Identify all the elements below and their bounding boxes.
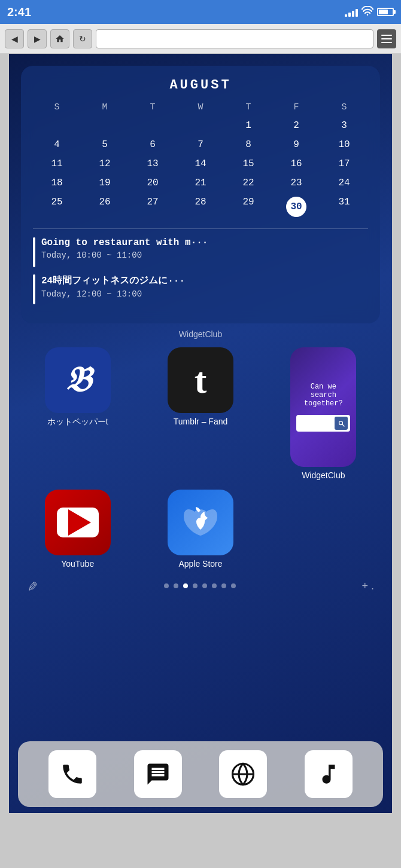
cal-header-w: W [177,102,224,112]
cal-day-7[interactable]: 7 [177,136,224,153]
dot-4[interactable] [193,583,198,588]
cal-cell-empty [177,117,224,134]
home-button[interactable] [50,29,69,48]
search-icon[interactable] [335,417,348,430]
search-prompt: Can we search together? [296,383,350,408]
app-grid-row2: YouTube Apple Store [9,490,392,569]
phone-icon [60,762,85,787]
signal-bar-3 [352,11,354,17]
event-1[interactable]: Going to restaurant with m··· Today, 10:… [33,237,368,267]
app-hotpepper-container[interactable]: 𝔅 ホットペッパーt [21,347,134,480]
event-2[interactable]: 24時間フィットネスのジムに··· Today, 12:00 ~ 13:00 [33,274,368,304]
widgetclub-search-label: WidgetClub [302,470,345,480]
yt-play-icon [68,509,91,536]
calendar-week-2: 4 5 6 7 8 9 10 [33,136,368,153]
cal-day-14[interactable]: 14 [177,155,224,172]
event-title-1: Going to restaurant with m··· [41,237,208,248]
signal-bar-1 [345,14,347,17]
dot-6[interactable] [212,583,217,588]
app-hotpepper-icon[interactable]: 𝔅 [45,347,111,413]
dock-browser-button[interactable] [219,750,267,798]
forward-button[interactable]: ▶ [28,29,47,48]
dock-phone-button[interactable] [48,750,96,798]
cal-day-21[interactable]: 21 [177,175,224,191]
cal-day-6[interactable]: 6 [129,136,177,153]
app-youtube-container[interactable]: YouTube [21,490,134,569]
add-page-area[interactable]: + . [361,580,374,592]
app-applestore-label: Apple Store [178,559,222,569]
widgetclub-top-label: WidgetClub [9,329,392,339]
cal-day-5[interactable]: 5 [81,136,129,153]
signal-bar-2 [348,13,351,17]
cal-day-30-today[interactable]: 30 [286,197,306,217]
app-tumblr-container[interactable]: t Tumblr – Fand [144,347,257,480]
cal-day-26[interactable]: 26 [81,194,129,220]
cal-day-30-cell[interactable]: 30 [272,194,320,220]
cal-header-s2: S [320,102,368,112]
app-tumblr-icon[interactable]: t [168,347,233,413]
page-indicators: ✏ + . [9,578,392,594]
cal-cell-empty [81,117,129,134]
cal-day-11[interactable]: 11 [33,155,81,172]
cal-day-22[interactable]: 22 [224,175,272,191]
signal-bars-icon [345,7,358,17]
app-applestore-icon[interactable] [168,490,233,555]
calendar-week-5: 25 26 27 28 29 30 31 [33,194,368,220]
dock [18,741,383,807]
dot-1[interactable] [164,583,169,588]
cal-day-8[interactable]: 8 [224,136,272,153]
cal-day-24[interactable]: 24 [320,175,368,191]
cal-day-17[interactable]: 17 [320,155,368,172]
cal-day-23[interactable]: 23 [272,175,320,191]
cal-day-3[interactable]: 3 [320,117,368,134]
event-bar-1 [33,237,35,267]
dot-3-active[interactable] [183,583,188,588]
pencil-area: ✏ [27,578,38,594]
cal-day-15[interactable]: 15 [224,155,272,172]
dot-2[interactable] [174,583,178,588]
browser-toolbar: ◀ ▶ ↻ [0,24,401,54]
app-tumblr-label: Tumblr – Fand [174,417,228,426]
svg-rect-3 [381,42,392,43]
cal-day-10[interactable]: 10 [320,136,368,153]
cal-day-29[interactable]: 29 [224,194,272,220]
calendar-week-4: 18 19 20 21 22 23 24 [33,175,368,191]
cal-day-31[interactable]: 31 [320,194,368,220]
battery-icon [377,8,394,16]
cal-day-12[interactable]: 12 [81,155,129,172]
cal-day-4[interactable]: 4 [33,136,81,153]
cal-day-25[interactable]: 25 [33,194,81,220]
messages-icon [145,762,171,787]
cal-header-s1: S [33,102,81,112]
dot-8[interactable] [231,583,236,588]
app-applestore-container[interactable]: Apple Store [144,490,257,569]
dock-music-button[interactable] [305,750,353,798]
url-bar[interactable] [96,29,373,48]
cal-header-f: F [272,102,320,112]
cal-day-19[interactable]: 19 [81,175,129,191]
dock-messages-button[interactable] [134,750,182,798]
widgetclub-search-container[interactable]: Can we search together? WidgetClub [267,347,380,480]
app-youtube-icon[interactable] [45,490,111,555]
reload-button[interactable]: ↻ [73,29,92,48]
app-youtube-label: YouTube [61,559,94,569]
cal-day-28[interactable]: 28 [177,194,224,220]
browser-menu-button[interactable] [377,29,396,48]
cal-day-16[interactable]: 16 [272,155,320,172]
search-bar[interactable] [296,415,350,432]
music-icon [316,762,341,787]
cal-day-2[interactable]: 2 [272,117,320,134]
back-button[interactable]: ◀ [5,29,24,48]
cal-day-13[interactable]: 13 [129,155,177,172]
dot-7[interactable] [221,583,226,588]
cal-day-1[interactable]: 1 [224,117,272,134]
cal-day-20[interactable]: 20 [129,175,177,191]
cal-day-18[interactable]: 18 [33,175,81,191]
cal-day-27[interactable]: 27 [129,194,177,220]
cal-day-9[interactable]: 9 [272,136,320,153]
svg-rect-1 [381,35,392,36]
svg-line-5 [342,424,344,426]
dot-5[interactable] [202,583,207,588]
globe-icon [230,762,256,787]
widgetclub-search-widget[interactable]: Can we search together? [290,347,356,467]
